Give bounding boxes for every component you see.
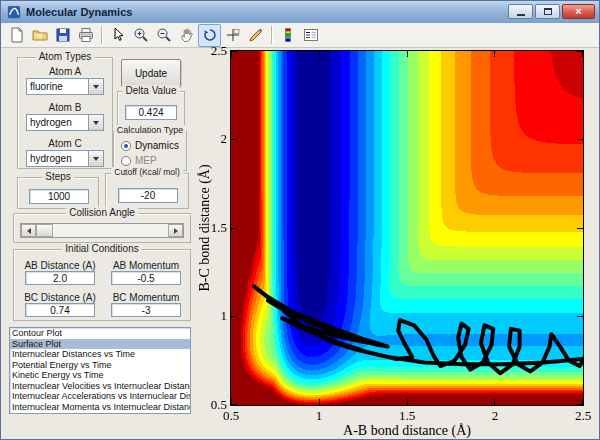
chevron-down-icon[interactable] [88,151,103,166]
atom-types-panel: Atom Types Atom A fluorine Atom B hydrog… [17,57,113,169]
titlebar: Molecular Dynamics × [1,1,599,24]
atom-b-select[interactable]: hydrogen [26,114,104,131]
initial-conditions-title: Initial Conditions [62,243,141,254]
collision-angle-panel: Collision Angle [13,213,191,243]
list-item-selected[interactable]: Surface Plot [10,339,190,350]
maximize-button[interactable] [535,4,560,19]
bc-momentum-input[interactable]: -3 [111,303,181,317]
initial-conditions-panel: Initial Conditions AB Distance (A) 2.0 A… [13,249,191,321]
x-axis-label: A-B bond distance (Å) [307,423,507,439]
cutoff-input[interactable]: -20 [118,188,178,203]
chevron-down-icon[interactable] [88,115,103,130]
atom-a-value: fluorine [27,81,88,92]
radio-mep-label: MEP [135,155,157,166]
radio-dynamics-label: Dynamics [135,140,179,151]
zoom-in-button[interactable] [129,24,152,47]
steps-title: Steps [42,171,74,182]
ab-momentum-label: AB Momentum [106,260,186,271]
x-tick-label: 1.5 [392,409,422,423]
contour-plot[interactable] [231,51,583,405]
radio-unselected-icon [121,156,131,166]
atom-b-value: hydrogen [27,117,88,128]
radio-mep[interactable]: MEP [121,155,157,166]
slider-track[interactable] [36,224,168,237]
atom-c-select[interactable]: hydrogen [26,150,104,167]
list-item[interactable]: Contour Plot [10,328,190,339]
delta-value-input[interactable]: 0.424 [125,105,177,120]
bc-distance-input[interactable]: 0.74 [25,303,95,317]
brush-button[interactable] [244,24,267,47]
minimize-button[interactable] [508,4,533,19]
slider-thumb[interactable] [36,224,53,237]
insert-legend-button[interactable] [299,24,322,47]
open-file-button[interactable] [28,24,51,47]
delta-value-panel: Delta Value 0.424 [117,91,185,127]
update-button[interactable]: Update [121,59,181,87]
list-item[interactable]: Internuclear Accelerations vs Internucle… [10,391,190,402]
slider-right-arrow[interactable] [168,224,183,237]
steps-input[interactable]: 1000 [29,189,89,204]
radio-dynamics[interactable]: Dynamics [121,140,179,151]
list-item[interactable]: Internuclear Velocities vs Internuclear … [10,381,190,392]
bc-distance-label: BC Distance (A) [20,292,100,303]
save-figure-button[interactable] [51,24,74,47]
print-figure-button[interactable] [74,24,97,47]
zoom-out-button[interactable] [152,24,175,47]
delta-value-title: Delta Value [123,85,180,96]
plot-type-listbox[interactable]: Contour Plot Surface Plot Internuclear D… [9,327,191,414]
y-axis-label: B-C bond distance (Å) [197,128,213,328]
calculation-type-title: Calculation Type [114,125,186,135]
app-icon [7,5,21,19]
radio-selected-icon [121,141,131,151]
atom-b-label: Atom B [18,102,112,113]
pan-hand-button[interactable] [175,24,198,47]
list-item[interactable]: Internuclear Momenta vs Internuclear Dis… [10,402,190,413]
cutoff-panel: Cutoff (Kcal/ mol) -20 [105,173,189,209]
window-title: Molecular Dynamics [26,6,132,18]
atom-a-select[interactable]: fluorine [26,78,104,95]
list-item[interactable]: Internuclear Distances vs Time [10,349,190,360]
new-figure-button[interactable] [5,24,28,47]
figure-toolbar [1,23,599,48]
cutoff-title: Cutoff (Kcal/ mol) [111,167,183,177]
cursor-arrow-button[interactable] [106,24,129,47]
atom-c-label: Atom C [18,138,112,149]
chevron-down-icon[interactable] [88,79,103,94]
list-item[interactable]: Kinetic Energy vs Time [10,370,190,381]
atom-c-value: hydrogen [27,153,88,164]
close-button[interactable]: × [562,4,595,19]
maximize-icon [544,8,552,15]
toolbar-separator [101,26,102,44]
calculation-type-panel: Calculation Type Dynamics MEP [113,131,187,171]
list-item[interactable]: Potential Energy vs Time [10,360,190,371]
atom-a-label: Atom A [18,66,112,77]
close-icon: × [575,6,581,17]
bc-momentum-label: BC Momentum [106,292,186,303]
ab-distance-input[interactable]: 2.0 [25,271,95,285]
atom-types-title: Atom Types [36,51,95,62]
collision-angle-slider[interactable] [20,223,184,238]
app-window: Molecular Dynamics × [0,0,600,440]
slider-left-arrow[interactable] [21,224,36,237]
minimize-icon [517,14,525,16]
ab-distance-label: AB Distance (A) [20,260,100,271]
x-tick-label: 2.5 [568,409,598,423]
x-tick-label: 0.5 [216,409,246,423]
insert-colorbar-button[interactable] [276,24,299,47]
steps-panel: Steps 1000 [17,177,99,209]
collision-angle-title: Collision Angle [66,207,138,218]
ab-momentum-input[interactable]: -0.5 [111,271,181,285]
x-tick-label: 2 [480,409,510,423]
toolbar-separator [271,26,272,44]
y-tick-label: 2.5 [197,44,227,58]
x-tick-label: 1 [304,409,334,423]
